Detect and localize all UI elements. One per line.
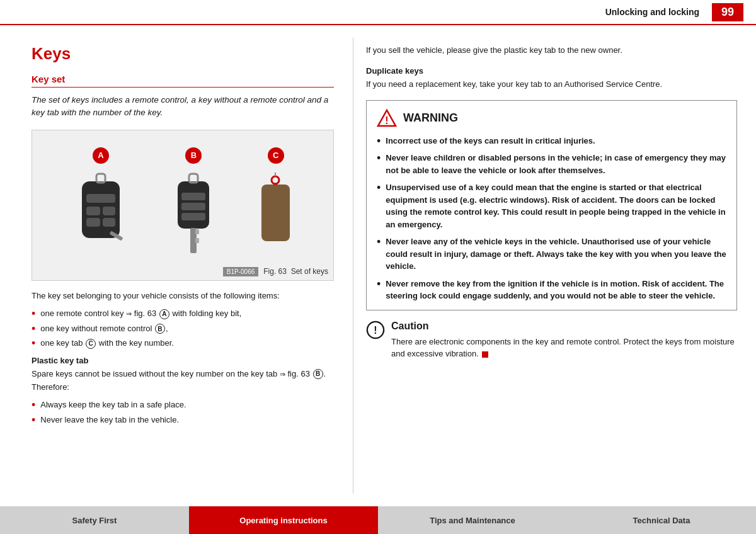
svg-rect-1 bbox=[86, 194, 115, 203]
main-content: Keys Key set The set of keys includes a … bbox=[0, 25, 756, 506]
bullet-dot: • bbox=[32, 323, 35, 334]
svg-rect-5 bbox=[103, 218, 115, 227]
key-c-group: C bbox=[258, 147, 293, 263]
key-a-group: A bbox=[72, 147, 129, 263]
bullet-item: • Always keep the key tab in a safe plac… bbox=[32, 399, 334, 411]
key-a-label: A bbox=[93, 147, 109, 164]
bullet-item: • one key tab C with the key number. bbox=[32, 337, 334, 349]
bullet-dot: • bbox=[32, 338, 35, 349]
svg-rect-15 bbox=[195, 238, 199, 243]
svg-rect-12 bbox=[189, 174, 198, 183]
warning-bullet-1: • Incorrect use of the keys can result i… bbox=[377, 135, 726, 147]
bullet-dot: • bbox=[32, 399, 35, 411]
footer-operating-instructions: Operating instructions bbox=[189, 506, 378, 534]
key-b-group: B bbox=[171, 147, 215, 263]
key-a-svg bbox=[72, 169, 129, 263]
plastic-key-tab-heading: Plastic key tab bbox=[32, 356, 334, 365]
body-text: The key set belonging to your vehicle co… bbox=[32, 290, 334, 303]
bullet-dot: • bbox=[32, 308, 35, 319]
bullet-dot: • bbox=[32, 414, 35, 426]
caution-content: Caution There are electronic components … bbox=[391, 321, 737, 360]
key-image: A bbox=[32, 130, 334, 281]
intro-text: The set of keys includes a remote contro… bbox=[32, 94, 334, 120]
left-column: Keys Key set The set of keys includes a … bbox=[0, 38, 353, 494]
key-bullets: • one remote control key ⇒ fig. 63 A wit… bbox=[32, 307, 334, 349]
svg-rect-6 bbox=[96, 174, 105, 183]
warning-bullet-dot: • bbox=[377, 236, 381, 247]
svg-rect-11 bbox=[181, 213, 205, 220]
warning-bullet-2: • Never leave children or disabled perso… bbox=[377, 152, 726, 176]
bullet-item: • one key without remote control B, bbox=[32, 322, 334, 335]
key-c-label: C bbox=[268, 147, 284, 164]
key-b-svg bbox=[171, 169, 215, 263]
caution-icon: ! bbox=[366, 321, 385, 339]
right-intro-text: If you sell the vehicle, please give the… bbox=[366, 44, 737, 57]
svg-text:!: ! bbox=[385, 115, 388, 126]
warning-bullet-dot: • bbox=[377, 152, 381, 164]
svg-text:!: ! bbox=[374, 324, 377, 335]
section-title: Keys bbox=[32, 44, 334, 64]
plastic-bullets: • Always keep the key tab in a safe plac… bbox=[32, 399, 334, 426]
svg-rect-4 bbox=[86, 218, 100, 227]
end-block bbox=[482, 351, 488, 358]
caution-box: ! Caution There are electronic component… bbox=[366, 321, 737, 360]
warning-bullets: • Incorrect use of the keys can result i… bbox=[377, 135, 726, 302]
warning-header: ! WARNING bbox=[377, 108, 726, 128]
warning-bullet-3: • Unsupervised use of a key could mean t… bbox=[377, 181, 726, 230]
duplicate-keys-heading: Duplicate keys bbox=[366, 66, 737, 76]
warning-bullet-dot: • bbox=[377, 135, 381, 147]
warning-icon: ! bbox=[377, 108, 397, 128]
page-number: 99 bbox=[712, 3, 743, 21]
caution-text: There are electronic components in the k… bbox=[391, 336, 737, 360]
footer-tips-maintenance: Tips and Maintenance bbox=[378, 506, 567, 534]
svg-point-17 bbox=[272, 176, 279, 184]
bullet-item: • one remote control key ⇒ fig. 63 A wit… bbox=[32, 307, 334, 320]
subsection-title: Key set bbox=[32, 74, 334, 88]
warning-bullet-5: • Never remove the key from the ignition… bbox=[377, 278, 726, 302]
key-c-svg bbox=[258, 169, 293, 263]
footer-bar: Safety First Operating instructions Tips… bbox=[0, 506, 756, 534]
svg-rect-2 bbox=[86, 207, 100, 215]
footer-safety-first: Safety First bbox=[0, 506, 189, 534]
warning-bullet-4: • Never leave any of the vehicle keys in… bbox=[377, 236, 726, 273]
svg-rect-9 bbox=[181, 193, 205, 200]
warning-bullet-dot: • bbox=[377, 278, 381, 290]
image-caption: Fig. 63 Set of keys bbox=[263, 267, 328, 276]
warning-bullet-dot: • bbox=[377, 182, 381, 193]
right-column: If you sell the vehicle, please give the… bbox=[353, 38, 756, 494]
caution-title: Caution bbox=[391, 321, 737, 332]
svg-rect-10 bbox=[181, 203, 205, 210]
header-title: Unlocking and locking bbox=[605, 7, 699, 17]
image-ref: B1P-0066 bbox=[223, 267, 258, 276]
svg-rect-3 bbox=[103, 207, 115, 215]
warning-title: WARNING bbox=[403, 111, 458, 125]
plastic-key-tab-body: Spare keys cannot be issued without the … bbox=[32, 368, 334, 394]
warning-box: ! WARNING • Incorrect use of the keys ca… bbox=[366, 100, 737, 310]
key-b-label: B bbox=[185, 147, 202, 164]
duplicate-keys-text: If you need a replacement key, take your… bbox=[366, 78, 737, 91]
svg-rect-16 bbox=[261, 185, 290, 241]
bullet-item: • Never leave the key tab in the vehicle… bbox=[32, 414, 334, 426]
header-bar: Unlocking and locking 99 bbox=[0, 0, 756, 25]
footer-technical-data: Technical Data bbox=[567, 506, 756, 534]
svg-rect-14 bbox=[195, 229, 199, 234]
